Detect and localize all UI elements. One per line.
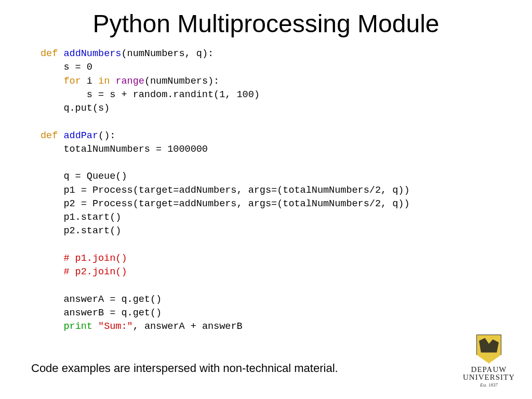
code-line: q = Queue() [41, 171, 127, 182]
builtin-range: range [115, 76, 144, 87]
logo-line1: DEPAUW [460, 366, 517, 374]
footer-caption: Code examples are interspersed with non-… [31, 362, 338, 375]
code-line: p1.start() [41, 212, 121, 223]
keyword-def: def [41, 130, 58, 141]
keyword-def: def [41, 48, 58, 59]
code-line: p2.start() [41, 225, 121, 236]
university-logo: DEPAUW UNIVERSITY Est. 1837 [460, 335, 517, 388]
code-text: (): [98, 130, 115, 141]
function-name: addNumbers [63, 48, 121, 59]
code-line: answerB = q.get() [41, 308, 162, 318]
shield-icon [476, 335, 501, 364]
code-line: p2 = Process(target=addNumbers, args=(to… [41, 198, 410, 209]
code-text [92, 321, 98, 332]
keyword-for: for [63, 76, 81, 87]
code-text: , answerA + answerB [133, 321, 243, 332]
code-line: answerA = q.get() [41, 294, 162, 305]
code-text: (numNumbers, q): [121, 48, 214, 59]
code-line: p1 = Process(target=addNumbers, args=(to… [41, 185, 410, 196]
code-line: totalNumNumbers = 1000000 [41, 144, 208, 155]
string-literal: "Sum:" [98, 321, 133, 332]
code-block: def addNumbers(numNumbers, q): s = 0 for… [41, 47, 532, 334]
code-line: s = s + random.randint(1, 100) [41, 89, 260, 100]
function-name: addPar [63, 130, 98, 141]
code-line: q.put(s) [41, 103, 110, 114]
code-line: s = 0 [41, 62, 92, 73]
code-text: (numNumbers): [144, 76, 219, 87]
slide-title: Python Multiprocessing Module [0, 9, 532, 38]
logo-line2: UNIVERSITY [460, 374, 517, 382]
logo-est: Est. 1837 [460, 382, 517, 388]
code-comment: # p1.join() [41, 253, 127, 264]
code-text [110, 76, 115, 87]
keyword-print: print [63, 321, 92, 332]
code-comment: # p2.join() [41, 267, 127, 277]
keyword-in: in [98, 76, 110, 87]
code-text: i [81, 76, 98, 87]
code-text [41, 321, 63, 332]
